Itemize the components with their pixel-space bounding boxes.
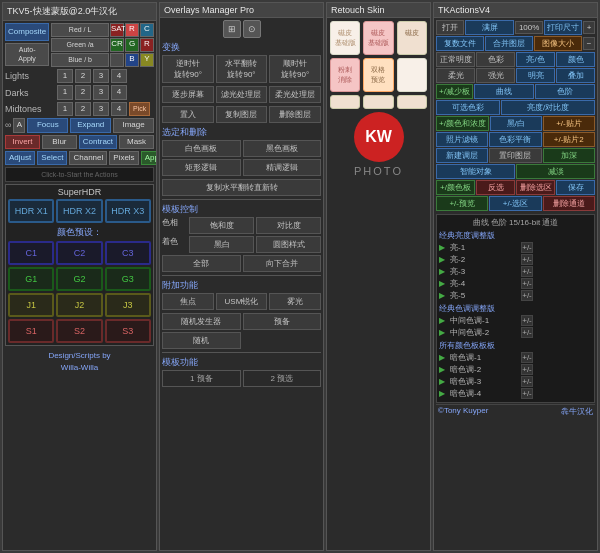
rect-logic-btn[interactable]: 矩形逻辑 (162, 159, 241, 176)
apply-btn[interactable]: Apply (141, 151, 157, 165)
fade-screen-btn[interactable]: 逐步屏幕 (162, 86, 214, 103)
select-btn[interactable]: Select (37, 151, 67, 165)
retouch-btn-1[interactable]: 磁皮基础版 (330, 21, 360, 55)
curve-pm-d4[interactable]: +/- (521, 388, 533, 399)
tk-color[interactable]: 色彩 (476, 52, 515, 67)
curve-play-d3[interactable]: ▶ (439, 377, 449, 386)
tk-save[interactable]: 保存 (556, 180, 595, 195)
darks-4[interactable]: 4 (111, 85, 127, 99)
tk-del-channel[interactable]: 删除通道 (543, 196, 595, 211)
adjust-btn[interactable]: Adjust (5, 151, 35, 165)
tk-photo-filter[interactable]: 照片滤镜 (436, 132, 488, 147)
expand-btn[interactable]: Expand (70, 118, 111, 132)
darks-3[interactable]: 3 (93, 85, 109, 99)
color-y-btn[interactable]: Y (140, 53, 154, 67)
midtones-pick[interactable]: Pick (129, 102, 150, 115)
cr-btn[interactable]: CR (110, 38, 124, 52)
tk-color-density[interactable]: +/颜色和浓度 (436, 116, 489, 131)
curve-play-5[interactable]: ▶ (439, 291, 449, 300)
s2-btn[interactable]: S2 (56, 319, 102, 343)
tk-100[interactable]: 100% (515, 21, 543, 34)
green-a-btn[interactable]: Green /a (51, 38, 109, 52)
darks-2[interactable]: 2 (75, 85, 91, 99)
composite-btn[interactable]: Composite (5, 23, 49, 41)
flip-h-btn[interactable]: 水平翻转旋转90° (216, 55, 268, 83)
tk-print-size[interactable]: 打印尺寸 (544, 20, 582, 35)
hdr-x1-btn[interactable]: HDR X1 (8, 199, 54, 223)
curve-play-m1[interactable]: ▶ (439, 316, 449, 325)
link-a-btn[interactable]: A (13, 118, 25, 132)
focus-btn[interactable]: Focus (27, 118, 68, 132)
preset-btn[interactable]: 预备 (243, 313, 322, 330)
midtones-4[interactable]: 4 (111, 102, 127, 116)
tk-merge-layer[interactable]: 合并图层 (485, 36, 533, 51)
retouch-btn-9[interactable] (397, 95, 427, 109)
rotate-ccw-btn[interactable]: 逆时针旋转90° (162, 55, 214, 83)
curve-pm-d1[interactable]: +/- (521, 352, 533, 363)
j1-btn[interactable]: J1 (8, 293, 54, 317)
tk-selective-color[interactable]: 可选色彩 (436, 100, 500, 115)
tk-preview[interactable]: +/-预览 (436, 196, 488, 211)
s1-btn[interactable]: S1 (8, 319, 54, 343)
midtones-1[interactable]: 1 (57, 102, 73, 116)
tk-patch[interactable]: +/-贴片 (543, 116, 595, 131)
sat-btn[interactable]: SAT (110, 23, 124, 37)
auto-apply-btn[interactable]: Auto-Apply (5, 43, 49, 66)
tk-overlay[interactable]: 叠加 (556, 68, 595, 83)
tk-curves[interactable]: 曲线 (474, 84, 534, 99)
tk-color-board[interactable]: +/颜色板 (436, 180, 475, 195)
merge-down-btn[interactable]: 向下合并 (243, 255, 322, 272)
filter-layer-btn[interactable]: 滤光处理层 (216, 86, 268, 103)
curve-pm-m1[interactable]: +/- (521, 315, 533, 326)
tk-del-sel[interactable]: 删除选区 (516, 180, 555, 195)
curve-pm-5[interactable]: +/- (521, 290, 533, 301)
curve-play-m2[interactable]: ▶ (439, 328, 449, 337)
tk-smart-obj[interactable]: 智能对象 (436, 164, 515, 179)
color-r-btn[interactable]: R (125, 23, 139, 37)
midtones-3[interactable]: 3 (93, 102, 109, 116)
tk-patch2[interactable]: +/-贴片2 (543, 132, 595, 147)
overlays-icon-1[interactable]: ⊞ (223, 20, 241, 38)
retouch-btn-4[interactable]: 粉刺消除 (330, 58, 360, 92)
g1-btn[interactable]: G1 (8, 267, 54, 291)
s3-btn[interactable]: S3 (105, 319, 151, 343)
channel-btn[interactable]: Channel (69, 151, 107, 165)
curve-pm-d3[interactable]: +/- (521, 376, 533, 387)
image-btn[interactable]: Image (113, 118, 154, 132)
rotate-cw-btn[interactable]: 顺时针旋转90° (269, 55, 321, 83)
color-g-btn[interactable]: G (125, 38, 139, 52)
j2-btn[interactable]: J2 (56, 293, 102, 317)
tk-open[interactable]: 打开 (436, 20, 464, 35)
darks-1[interactable]: 1 (57, 85, 73, 99)
retouch-btn-8[interactable] (363, 95, 393, 109)
tk-deselect[interactable]: 反选 (476, 180, 515, 195)
contrast-btn[interactable]: 对比度 (256, 217, 321, 234)
curve-play-3[interactable]: ▶ (439, 267, 449, 276)
curve-play-d4[interactable]: ▶ (439, 389, 449, 398)
curve-play-d2[interactable]: ▶ (439, 365, 449, 374)
saturation-btn[interactable]: 饱和度 (189, 217, 254, 234)
retouch-btn-7[interactable] (330, 95, 360, 109)
tk-color2[interactable]: 颜色 (556, 52, 595, 67)
mask-btn[interactable]: Mask (119, 135, 154, 149)
retouch-btn-6[interactable] (397, 58, 427, 92)
preset-1-btn[interactable]: 1 预备 (162, 370, 241, 387)
contract-btn[interactable]: Contract (79, 135, 117, 149)
random2-btn[interactable]: 随机 (162, 332, 241, 349)
tk-minus-1[interactable]: − (583, 37, 595, 50)
lights-3[interactable]: 3 (93, 69, 109, 83)
color-b-btn[interactable]: B (125, 53, 139, 67)
midtones-2[interactable]: 2 (75, 102, 91, 116)
curve-pm-2[interactable]: +/- (521, 254, 533, 265)
invert-btn[interactable]: Invert (5, 135, 40, 149)
curve-play-d1[interactable]: ▶ (439, 353, 449, 362)
hdr-x3-btn[interactable]: HDR X3 (105, 199, 151, 223)
curve-pm-1[interactable]: +/- (521, 242, 533, 253)
copy-merge-btn[interactable]: 复制图层 (216, 106, 268, 123)
tk-stamp[interactable]: 置印图层 (489, 148, 541, 163)
lights-4[interactable]: 4 (111, 69, 127, 83)
overlays-icon-2[interactable]: ⊙ (243, 20, 261, 38)
tk-lum-color[interactable]: 亮/色 (516, 52, 555, 67)
tk-brightness[interactable]: 亮度/对比度 (501, 100, 595, 115)
c3-btn[interactable]: C3 (105, 241, 151, 265)
